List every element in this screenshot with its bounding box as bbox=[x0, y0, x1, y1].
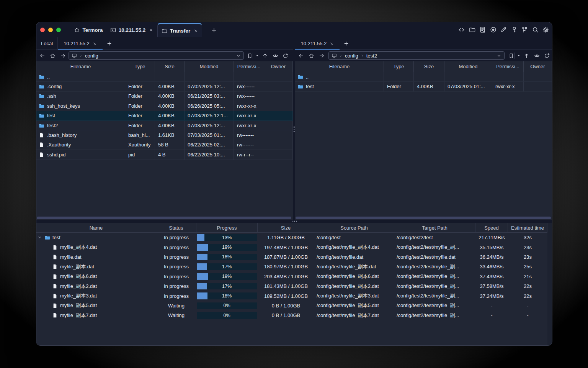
key-icon[interactable] bbox=[511, 26, 518, 33]
table-row[interactable]: .. bbox=[295, 72, 552, 82]
edit-icon[interactable] bbox=[500, 26, 507, 33]
column-header-speed[interactable]: Speed bbox=[475, 223, 508, 232]
panel-tab-10-211-55-2[interactable]: 10.211.55.2 bbox=[58, 37, 103, 50]
expand-icon[interactable] bbox=[37, 235, 42, 240]
back-button[interactable] bbox=[38, 51, 46, 60]
table-row[interactable]: sshd.pidpid4 B06/22/2025 10:...rw-r--r-- bbox=[36, 150, 293, 159]
table-row[interactable]: .XauthorityXauthority58 B06/22/2025 02:.… bbox=[36, 140, 293, 150]
bookmark-dropdown-button[interactable] bbox=[514, 51, 523, 60]
column-header-modified[interactable]: Modified bbox=[444, 61, 492, 72]
close-tab-icon[interactable] bbox=[330, 42, 334, 46]
cell-permissions bbox=[234, 72, 264, 82]
column-header-size[interactable]: Size bbox=[414, 61, 444, 72]
table-row[interactable]: ssh_host_keysFolder4.00KB06/26/2025 05:.… bbox=[36, 101, 293, 111]
home-button[interactable] bbox=[307, 51, 315, 60]
path-dropdown-icon[interactable] bbox=[236, 53, 241, 58]
transfer-row[interactable]: testIn progress13%1.11GB / 8.00GB/config… bbox=[36, 233, 552, 242]
table-row[interactable]: .. bbox=[36, 72, 293, 82]
column-header-type[interactable]: Type bbox=[125, 61, 155, 72]
record-icon[interactable] bbox=[490, 26, 497, 33]
column-header-type[interactable]: Type bbox=[384, 61, 414, 72]
path-dropdown-icon[interactable] bbox=[497, 53, 501, 58]
column-header-progress[interactable]: Progress bbox=[196, 223, 258, 232]
column-header-status[interactable]: Status bbox=[156, 223, 196, 232]
breadcrumb-segment[interactable]: test2 bbox=[366, 53, 377, 59]
column-header-size[interactable]: Size bbox=[258, 223, 314, 232]
transfer-row[interactable]: myfile_副本6.datIn progress19%203.48MB / 1… bbox=[36, 272, 552, 281]
left-file-panel: Local10.211.55.2configFilenameTypeSizeMo… bbox=[36, 37, 293, 220]
main-tab-transfer[interactable]: Transfer bbox=[157, 23, 202, 37]
transfer-row[interactable]: myfile_副本.datIn progress17%180.97MB / 1.… bbox=[36, 262, 552, 271]
column-header-name[interactable]: Name bbox=[36, 223, 156, 232]
column-header-filename[interactable]: Filename bbox=[36, 61, 125, 72]
back-button[interactable] bbox=[297, 51, 305, 60]
show-hidden-button[interactable] bbox=[271, 51, 279, 60]
search-icon[interactable] bbox=[532, 26, 539, 33]
path-bar[interactable]: config bbox=[69, 51, 244, 60]
horizontal-splitter[interactable] bbox=[36, 220, 552, 223]
breadcrumb-segment[interactable]: config bbox=[85, 53, 98, 59]
column-header-permissi-[interactable]: Permissi... bbox=[492, 61, 524, 72]
settings-icon[interactable] bbox=[542, 26, 549, 33]
show-hidden-button[interactable] bbox=[532, 51, 541, 60]
titlebar-toolbar bbox=[458, 22, 549, 37]
table-row[interactable]: .sshFolder4.00KB06/21/2025 03:...rwx----… bbox=[36, 92, 293, 101]
horizontal-scrollbar[interactable] bbox=[296, 217, 551, 219]
transfer-row[interactable]: myfile.datIn progress18%187.87MB / 1.00G… bbox=[36, 252, 552, 262]
column-header-size[interactable]: Size bbox=[155, 61, 185, 72]
column-header-modified[interactable]: Modified bbox=[185, 61, 234, 72]
forward-button[interactable] bbox=[59, 51, 67, 60]
close-window-button[interactable] bbox=[40, 28, 45, 32]
table-row[interactable]: .configFolder4.00KB07/02/2025 12:...rwx-… bbox=[36, 82, 293, 91]
forward-button[interactable] bbox=[317, 51, 326, 60]
column-header-source-path[interactable]: Source Path bbox=[314, 223, 394, 232]
upload-button[interactable] bbox=[261, 51, 269, 60]
column-header-estimated-time[interactable]: Estimated time bbox=[508, 223, 547, 232]
bookmark-dropdown-button[interactable] bbox=[253, 51, 261, 60]
table-row[interactable]: testFolder4.00KB07/03/2025 01:...rwxr-xr… bbox=[295, 82, 552, 91]
main-tab-termora[interactable]: Termora bbox=[71, 23, 106, 37]
transfer-row[interactable]: myfile_副本2.datIn progress17%181.43MB / 1… bbox=[36, 281, 552, 291]
code-icon[interactable] bbox=[458, 26, 465, 33]
transfer-row[interactable]: myfile_副本4.datIn progress19%197.48MB / 1… bbox=[36, 242, 552, 252]
column-header-filename[interactable]: Filename bbox=[295, 61, 384, 72]
upload-button[interactable] bbox=[522, 51, 531, 60]
folder-icon[interactable] bbox=[469, 26, 475, 33]
refresh-button[interactable] bbox=[281, 51, 289, 60]
minimize-window-button[interactable] bbox=[48, 28, 53, 32]
cell-permissions: rwxr-xr-x bbox=[234, 101, 264, 111]
close-tab-icon[interactable] bbox=[194, 29, 198, 33]
zoom-window-button[interactable] bbox=[56, 28, 61, 32]
table-row[interactable]: testFolder4.00KB07/03/2025 12:1...rwxr-x… bbox=[36, 111, 293, 121]
cell-type bbox=[125, 72, 155, 82]
breadcrumb-segment[interactable]: config bbox=[345, 53, 358, 59]
panel-tab-10-211-55-2[interactable]: 10.211.55.2 bbox=[295, 37, 340, 50]
main-tab-10-211-55-2[interactable]: 10.211.55.2 bbox=[106, 23, 157, 37]
panel-tab-local[interactable]: Local bbox=[36, 37, 58, 50]
macro-icon[interactable] bbox=[479, 26, 486, 33]
progress-label: 17% bbox=[197, 283, 257, 289]
new-panel-tab-button[interactable] bbox=[104, 37, 114, 50]
table-row[interactable]: test2Folder4.00KB07/03/2025 12:...rwxr-x… bbox=[36, 121, 293, 130]
transfer-row[interactable]: myfile_副本7.datWaiting0%0 B / 1.00GB/conf… bbox=[36, 310, 552, 320]
column-header-target-path[interactable]: Target Path bbox=[394, 223, 475, 232]
cell-size: 0 B / 1.00GB bbox=[258, 301, 314, 310]
refresh-button[interactable] bbox=[542, 51, 551, 60]
branch-icon[interactable] bbox=[521, 26, 528, 33]
table-row[interactable]: .bash_historybash_hi...1.61KB07/03/2025 … bbox=[36, 130, 293, 140]
close-tab-icon[interactable] bbox=[93, 42, 97, 46]
close-tab-icon[interactable] bbox=[149, 28, 153, 32]
cell-name: myfile_副本5.dat bbox=[36, 301, 156, 310]
path-bar[interactable]: configtest2 bbox=[328, 51, 505, 60]
transfer-row[interactable]: myfile_副本3.datIn progress18%189.52MB / 1… bbox=[36, 291, 552, 301]
column-header-owner[interactable]: Owner bbox=[524, 61, 552, 72]
horizontal-scrollbar[interactable] bbox=[37, 217, 291, 219]
filename-label: .config bbox=[47, 84, 62, 89]
cell-estimated-time: - bbox=[508, 301, 547, 310]
home-button[interactable] bbox=[48, 51, 57, 60]
column-header-permissi-[interactable]: Permissi... bbox=[234, 61, 264, 72]
new-main-tab-button[interactable] bbox=[209, 23, 219, 37]
column-header-owner[interactable]: Owner bbox=[264, 61, 293, 72]
new-panel-tab-button[interactable] bbox=[341, 37, 351, 50]
transfer-row[interactable]: myfile_副本5.datWaiting0%0 B / 1.00GB/conf… bbox=[36, 301, 552, 310]
